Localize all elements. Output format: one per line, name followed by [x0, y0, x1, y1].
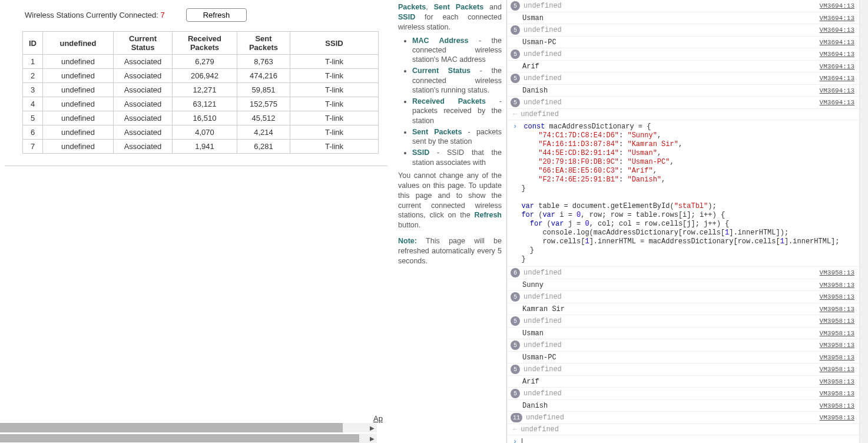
console-log-row[interactable]: 5undefinedVM3958:13	[507, 339, 859, 352]
refresh-button[interactable]: Refresh	[186, 8, 247, 22]
column-header: undefined	[43, 32, 114, 55]
table-row: 7undefinedAssociated1,9416,281T-link	[23, 140, 379, 154]
console-log-row[interactable]: 5undefinedVM3958:13	[507, 315, 859, 328]
log-value: Usman-PC	[522, 38, 820, 47]
console-log-row[interactable]: 5undefinedVM3694:13	[507, 48, 859, 61]
console-log-row[interactable]: DanishVM3958:13	[507, 400, 859, 412]
console-log-row[interactable]: 6undefinedVM3958:13	[507, 267, 859, 279]
prompt-icon: ›	[513, 438, 517, 443]
source-link[interactable]: VM3958:13	[820, 282, 854, 289]
log-count-badge: 5	[511, 292, 520, 302]
outer-scrollbar[interactable]: ▶	[0, 434, 377, 443]
console-log-row[interactable]: 5undefinedVM3958:13	[507, 291, 859, 303]
table-cell: Associated	[114, 125, 173, 140]
table-cell: T-link	[290, 55, 379, 69]
source-link[interactable]: VM3958:13	[820, 269, 854, 276]
table-cell: 4,070	[173, 125, 237, 140]
source-link[interactable]: VM3694:13	[820, 2, 854, 9]
source-link[interactable]: VM3694:13	[820, 99, 854, 106]
column-header: Sent Packets	[237, 32, 290, 55]
console-return-row: ←undefined	[507, 109, 859, 120]
console-log-row[interactable]: 5undefinedVM3958:13	[507, 363, 859, 376]
log-count-badge: 5	[511, 98, 520, 107]
table-cell: 152,575	[237, 97, 290, 111]
refresh-link: Refresh	[474, 211, 502, 219]
source-link[interactable]: VM3958:13	[820, 342, 854, 349]
console-log-row[interactable]: 5undefinedVM3694:13	[507, 24, 859, 37]
table-cell: undefined	[43, 125, 114, 140]
source-link[interactable]: VM3958:13	[820, 293, 854, 300]
source-link[interactable]: VM3694:13	[820, 39, 854, 46]
table-body: 1undefinedAssociated6,2798,763T-link2und…	[23, 55, 379, 154]
source-link[interactable]: VM3958:13	[820, 414, 854, 421]
table-cell: T-link	[290, 125, 379, 140]
console-log-row[interactable]: UsmanVM3958:13	[507, 328, 859, 339]
source-link[interactable]: VM3694:13	[820, 15, 854, 22]
log-undefined: undefined	[526, 414, 820, 422]
table-cell: 4,214	[237, 125, 290, 140]
devtools-console[interactable]: 5undefinedVM3694:13UsmanVM3694:135undefi…	[506, 0, 859, 443]
table-cell: 7	[23, 140, 43, 154]
source-link[interactable]: VM3694:13	[820, 87, 854, 94]
console-log-row[interactable]: 5undefinedVM3694:13	[507, 0, 859, 12]
source-link[interactable]: VM3694:13	[820, 63, 854, 70]
log-value: Usman-PC	[522, 353, 820, 362]
source-link[interactable]: VM3958:13	[820, 402, 854, 409]
arrow-right-icon[interactable]: ▶	[370, 425, 375, 431]
kw-sent-packets: Sent Packets	[434, 3, 483, 11]
console-log-row[interactable]: 11undefinedVM3958:13	[507, 412, 859, 424]
table-cell: undefined	[43, 140, 114, 154]
table-cell: 4	[23, 97, 43, 111]
source-link[interactable]: VM3958:13	[820, 378, 854, 385]
inner-scrollbar[interactable]: ▶	[0, 423, 377, 432]
log-value: Sunny	[522, 281, 820, 289]
scrollbar-thumb[interactable]	[0, 434, 359, 442]
console-log-row[interactable]: 5undefinedVM3958:13	[507, 388, 859, 400]
source-link[interactable]: VM3694:13	[820, 75, 854, 82]
table-cell: Associated	[114, 111, 173, 125]
console-log-row[interactable]: UsmanVM3694:13	[507, 12, 859, 24]
scrollbar-thumb[interactable]	[0, 423, 343, 432]
source-link[interactable]: VM3694:13	[820, 51, 854, 58]
station-count: 7	[161, 11, 165, 19]
console-log-row[interactable]: ArifVM3958:13	[507, 376, 859, 388]
log-undefined: undefined	[524, 74, 820, 82]
table-cell: 474,216	[237, 69, 290, 83]
scrollbar-track[interactable]: ▶	[359, 434, 377, 443]
browser-scrollbar[interactable]	[859, 0, 868, 443]
source-link[interactable]: VM3958:13	[820, 318, 854, 325]
console-log-row[interactable]: ArifVM3694:13	[507, 61, 859, 72]
table-cell: undefined	[43, 97, 114, 111]
help-item-recv: Received Packets - packets received by t…	[412, 97, 502, 125]
source-link[interactable]: VM3958:13	[820, 366, 854, 373]
source-link[interactable]: VM3958:13	[820, 354, 854, 361]
table-row: 2undefinedAssociated206,942474,216T-link	[23, 69, 379, 83]
source-link[interactable]: VM3958:13	[820, 306, 854, 313]
kw-mac: MAC Address	[412, 37, 469, 45]
kw-packets: Packets	[398, 3, 426, 11]
source-link[interactable]: VM3694:13	[820, 27, 854, 34]
console-log-row[interactable]: DanishVM3694:13	[507, 85, 859, 97]
console-code-block[interactable]: › const macAddressDictionary = { "74:C1:…	[507, 120, 859, 267]
help-item-ssid: SSID - SSID that the station associates …	[412, 148, 502, 167]
console-log-row[interactable]: SunnyVM3958:13	[507, 279, 859, 291]
kw-ssid: SSID	[398, 13, 415, 21]
log-undefined: undefined	[524, 341, 820, 349]
log-count-badge: 11	[511, 413, 522, 422]
kw-sent: Sent Packets	[412, 128, 462, 136]
source-link[interactable]: VM3958:13	[820, 330, 854, 337]
console-log-row[interactable]: 5undefinedVM3694:13	[507, 97, 859, 109]
arrow-right-icon[interactable]: ▶	[370, 435, 375, 442]
source-link[interactable]: VM3958:13	[820, 390, 854, 397]
return-undefined: undefined	[521, 425, 559, 434]
console-log-row[interactable]: 5undefinedVM3694:13	[507, 72, 859, 85]
scrollbar-track[interactable]: ▶	[343, 423, 377, 432]
console-log-row[interactable]: Usman-PCVM3958:13	[507, 352, 859, 363]
console-log-row[interactable]: Usman-PCVM3694:13	[507, 37, 859, 48]
table-header-row: IDundefinedCurrent StatusReceived Packet…	[23, 32, 379, 55]
log-value: Danish	[522, 402, 820, 410]
table-cell: undefined	[43, 111, 114, 125]
console-log-row[interactable]: Kamran SirVM3958:13	[507, 303, 859, 315]
console-input[interactable]: ›	[507, 435, 859, 443]
kw-ssid2: SSID	[412, 148, 429, 157]
